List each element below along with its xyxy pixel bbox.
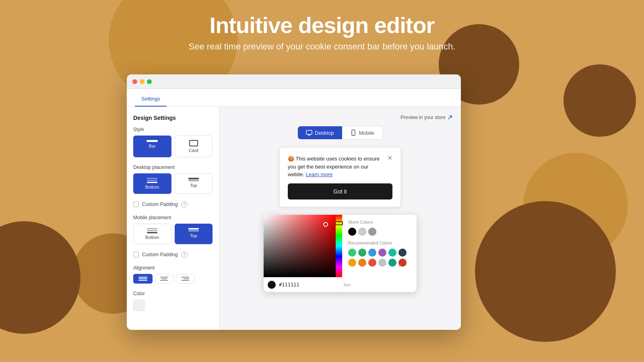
style-label: Style bbox=[133, 127, 213, 132]
alignment-group bbox=[133, 274, 213, 284]
style-toggle-group: Bar Card bbox=[133, 136, 213, 157]
no-color-slash bbox=[399, 259, 406, 266]
color-spectrum-area[interactable] bbox=[264, 215, 342, 277]
rec-color-12[interactable] bbox=[398, 259, 407, 267]
hex-color-preview bbox=[268, 281, 276, 289]
rec-color-8[interactable] bbox=[358, 259, 366, 267]
hex-input-row: #111111 hex bbox=[264, 277, 342, 292]
line1 bbox=[147, 228, 157, 229]
device-toggle: Desktop Mobile bbox=[297, 126, 383, 140]
store-color-2[interactable] bbox=[358, 228, 366, 236]
window-maximize-dot[interactable] bbox=[147, 79, 152, 84]
line2 bbox=[184, 278, 189, 279]
color-label: Color bbox=[133, 291, 213, 296]
rec-color-1[interactable] bbox=[348, 249, 356, 257]
custom-padding-2-label: Custom Padding bbox=[142, 252, 178, 257]
rec-color-6[interactable] bbox=[398, 249, 407, 257]
color-swatch[interactable] bbox=[133, 300, 144, 311]
cookie-text: 🍪 This website uses cookies to ensure yo… bbox=[288, 155, 384, 179]
color-picker: #111111 hex Store Colors bbox=[264, 215, 417, 292]
store-color-1[interactable] bbox=[348, 228, 356, 236]
bg-circle-3 bbox=[523, 153, 628, 257]
store-colors-row bbox=[348, 228, 411, 236]
browser-window: Settings Design Settings Style Bar Card … bbox=[127, 74, 461, 330]
tab-settings[interactable]: Settings bbox=[135, 92, 167, 107]
mobile-placement-group: Bottom Top bbox=[133, 224, 213, 244]
custom-padding-2-checkbox[interactable] bbox=[133, 252, 139, 257]
preview-link-row: Preview in your store bbox=[227, 115, 453, 120]
mobile-placement-label: Mobile placement bbox=[133, 215, 213, 220]
mobile-device-btn[interactable]: Mobile bbox=[342, 126, 382, 139]
color-picker-right: Store Colors Recommended Colors bbox=[343, 215, 417, 292]
cookie-close-btn[interactable]: ✕ bbox=[387, 154, 392, 162]
header-title: Intuitive design editor bbox=[0, 12, 644, 38]
style-card-btn[interactable]: Card bbox=[175, 136, 213, 157]
desktop-placement-label: Desktop placement bbox=[133, 165, 213, 170]
rec-color-3[interactable] bbox=[368, 249, 376, 257]
custom-padding-2-row: Custom Padding ? bbox=[133, 251, 213, 258]
hex-input[interactable]: #111111 bbox=[279, 282, 341, 288]
align-right-btn[interactable] bbox=[176, 274, 194, 284]
line1 bbox=[147, 178, 157, 179]
line1 bbox=[160, 277, 168, 278]
rainbow-cursor bbox=[335, 221, 343, 225]
tab-bar: Settings bbox=[127, 89, 461, 107]
learn-more-link[interactable]: Learn more bbox=[306, 171, 332, 177]
line3 bbox=[188, 180, 199, 181]
recommended-colors-grid bbox=[348, 249, 411, 267]
custom-padding-2-help-icon[interactable]: ? bbox=[181, 251, 188, 258]
left-panel: Design Settings Style Bar Card Desktop p… bbox=[127, 107, 219, 330]
align-left-icon bbox=[138, 277, 147, 281]
mobile-btn-label: Mobile bbox=[359, 130, 374, 136]
alignment-label: Alignment bbox=[133, 265, 213, 271]
rec-color-7[interactable] bbox=[348, 259, 356, 267]
line3 bbox=[160, 280, 168, 281]
custom-padding-1-checkbox[interactable] bbox=[133, 202, 139, 207]
mobile-top-icon bbox=[188, 228, 199, 232]
rec-color-9[interactable] bbox=[368, 259, 376, 267]
rec-color-2[interactable] bbox=[358, 249, 366, 257]
rec-color-11[interactable] bbox=[388, 259, 396, 267]
mobile-top-btn[interactable]: Top bbox=[175, 224, 213, 244]
svg-point-2 bbox=[353, 134, 354, 135]
desktop-top-btn[interactable]: Top bbox=[175, 173, 213, 194]
custom-padding-1-row: Custom Padding ? bbox=[133, 201, 213, 208]
line2 bbox=[147, 230, 157, 231]
cookie-banner: 🍪 This website uses cookies to ensure yo… bbox=[280, 148, 400, 207]
main-content: Design Settings Style Bar Card Desktop p… bbox=[127, 107, 461, 330]
line1 bbox=[138, 277, 147, 278]
line2 bbox=[147, 180, 157, 181]
line3 bbox=[181, 280, 189, 281]
align-center-btn[interactable] bbox=[155, 274, 173, 284]
svg-rect-0 bbox=[306, 130, 312, 134]
bar-icon bbox=[147, 140, 158, 142]
mobile-bottom-btn[interactable]: Bottom bbox=[133, 224, 171, 244]
line3 bbox=[147, 182, 157, 183]
color-rainbow-bar[interactable] bbox=[336, 215, 342, 277]
recommended-colors-title: Recommended Colors bbox=[348, 241, 411, 245]
mobile-bottom-icon bbox=[147, 228, 157, 233]
window-close-dot[interactable] bbox=[132, 79, 137, 84]
desktop-bottom-label: Bottom bbox=[145, 185, 159, 189]
line2 bbox=[138, 278, 147, 279]
align-left-btn[interactable] bbox=[133, 274, 153, 284]
custom-padding-1-help-icon[interactable]: ? bbox=[181, 201, 188, 208]
desktop-device-btn[interactable]: Desktop bbox=[298, 126, 342, 139]
window-minimize-dot[interactable] bbox=[140, 79, 144, 84]
rec-color-5[interactable] bbox=[388, 249, 396, 257]
rec-color-10[interactable] bbox=[378, 259, 386, 267]
got-it-btn[interactable]: Got it bbox=[288, 183, 392, 200]
style-card-label: Card bbox=[189, 148, 198, 153]
rec-color-4[interactable] bbox=[378, 249, 386, 257]
desktop-top-label: Top bbox=[190, 183, 197, 188]
line1 bbox=[181, 277, 189, 278]
bg-circle-4 bbox=[564, 64, 636, 137]
desktop-btn-label: Desktop bbox=[315, 130, 334, 136]
store-color-3[interactable] bbox=[368, 228, 376, 236]
style-bar-btn[interactable]: Bar bbox=[133, 136, 171, 157]
preview-link-label: Preview in your store bbox=[400, 115, 446, 120]
bottom-icon bbox=[147, 178, 157, 183]
bg-circle-5 bbox=[475, 201, 616, 342]
desktop-bottom-btn[interactable]: Bottom bbox=[133, 173, 171, 194]
preview-link[interactable]: Preview in your store bbox=[400, 115, 453, 120]
